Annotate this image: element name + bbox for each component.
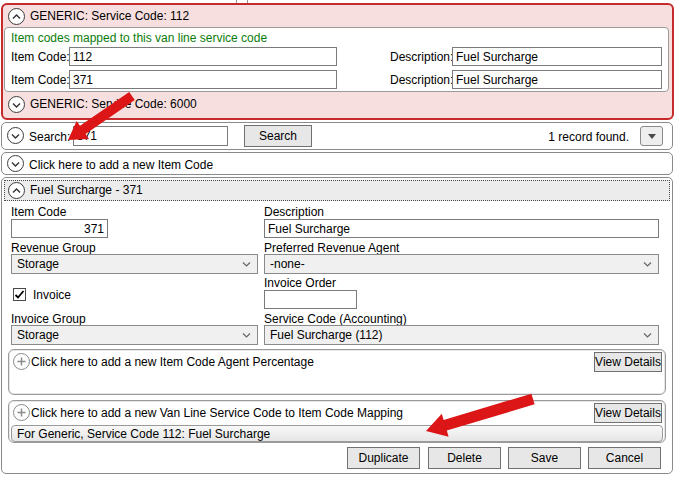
chevron-down-icon	[643, 261, 658, 267]
add-agent-percentage-row[interactable]: Click here to add a new Item Code Agent …	[31, 355, 314, 369]
invoice-group-label: Invoice Group	[11, 312, 86, 326]
plus-icon	[13, 353, 30, 370]
search-expander-row: Search: Search 1 record found.	[1, 122, 673, 150]
service-code-accounting-label: Service Code (Accounting)	[264, 312, 407, 326]
description-label: Description:	[390, 73, 453, 87]
chevron-down-icon	[242, 261, 257, 267]
chevron-up-icon	[8, 182, 25, 199]
agent-percentage-view-details-button[interactable]: View Details	[594, 352, 662, 372]
mapped-item-code-input[interactable]	[69, 70, 337, 89]
add-item-code-expander-row[interactable]: Click here to add a new Item Code	[1, 152, 673, 175]
preferred-revenue-agent-value: -none-	[265, 257, 643, 271]
item-code-label: Item Code:	[11, 50, 70, 64]
duplicate-button[interactable]: Duplicate	[347, 447, 420, 469]
chevron-down-icon[interactable]	[7, 127, 24, 144]
chevron-up-icon	[8, 8, 25, 25]
delete-button[interactable]: Delete	[428, 447, 501, 469]
detail-expander-header[interactable]: Fuel Surcharge - 371	[4, 180, 670, 201]
mapped-codes-note: Item codes mapped to this van line servi…	[11, 31, 267, 45]
mapped-item-code-input[interactable]	[69, 47, 337, 66]
description-label: Description:	[390, 50, 453, 64]
service-code-accounting-value: Fuel Surcharge (112)	[265, 328, 643, 342]
invoice-group-value: Storage	[12, 328, 242, 342]
revenue-group-select[interactable]: Storage	[11, 254, 258, 274]
invoice-group-select[interactable]: Storage	[11, 325, 258, 345]
plus-icon	[13, 404, 30, 421]
vanline-mapping-container: Click here to add a new Van Line Service…	[8, 400, 666, 443]
panel-title: GENERIC: Service Code: 6000	[30, 97, 197, 111]
revenue-group-value: Storage	[12, 257, 242, 271]
invoice-order-label: Invoice Order	[264, 276, 336, 290]
record-count-text: 1 record found.	[548, 130, 629, 144]
preferred-revenue-agent-label: Preferred Revenue Agent	[264, 241, 399, 255]
mapped-description-input[interactable]	[452, 47, 662, 66]
preferred-revenue-agent-select[interactable]: -none-	[264, 254, 659, 274]
invoice-checkbox[interactable]	[13, 288, 26, 301]
search-label: Search:	[29, 130, 70, 144]
search-input[interactable]	[73, 126, 228, 146]
panel-title: GENERIC: Service Code: 112	[30, 9, 189, 23]
item-code-field[interactable]	[11, 219, 108, 238]
vanline-service-code-group: GENERIC: Service Code: 112 Item codes ma…	[1, 3, 674, 120]
item-code-window: GENERIC: Service Code: 112 Item codes ma…	[0, 0, 677, 477]
expander-header-service-code-6000[interactable]: GENERIC: Service Code: 6000	[3, 94, 672, 116]
checkmark-icon	[14, 290, 25, 300]
item-code-detail-panel: Fuel Surcharge - 371 Item Code Descripti…	[1, 177, 673, 474]
add-item-code-label: Click here to add a new Item Code	[29, 158, 213, 172]
description-field[interactable]	[264, 219, 659, 238]
description-field-label: Description	[264, 205, 324, 219]
revenue-group-label: Revenue Group	[11, 241, 96, 255]
chevron-down-icon	[242, 332, 257, 338]
save-button[interactable]: Save	[508, 447, 581, 469]
vanline-mapping-list-item[interactable]: For Generic, Service Code 112: Fuel Surc…	[11, 425, 663, 442]
add-vanline-mapping-row[interactable]: Click here to add a new Van Line Service…	[31, 406, 403, 420]
search-button[interactable]: Search	[244, 125, 312, 147]
records-dropdown-button[interactable]	[640, 126, 663, 146]
vanline-mapping-view-details-button[interactable]: View Details	[594, 403, 662, 423]
chevron-down-icon	[7, 155, 24, 172]
item-code-field-label: Item Code	[11, 205, 66, 219]
invoice-order-field[interactable]	[264, 290, 357, 309]
mapped-item-codes-panel: Item codes mapped to this van line servi…	[4, 27, 669, 92]
mapped-description-input[interactable]	[452, 70, 662, 89]
cancel-button[interactable]: Cancel	[588, 447, 661, 469]
expander-header-service-code-112[interactable]: GENERIC: Service Code: 112	[3, 5, 672, 27]
agent-percentage-container: Click here to add a new Item Code Agent …	[8, 349, 666, 395]
service-code-accounting-select[interactable]: Fuel Surcharge (112)	[264, 325, 659, 345]
invoice-checkbox-label: Invoice	[33, 288, 71, 302]
item-code-label: Item Code:	[11, 73, 70, 87]
chevron-down-icon	[643, 332, 658, 338]
chevron-down-icon	[8, 96, 25, 113]
detail-title: Fuel Surcharge - 371	[30, 183, 143, 197]
